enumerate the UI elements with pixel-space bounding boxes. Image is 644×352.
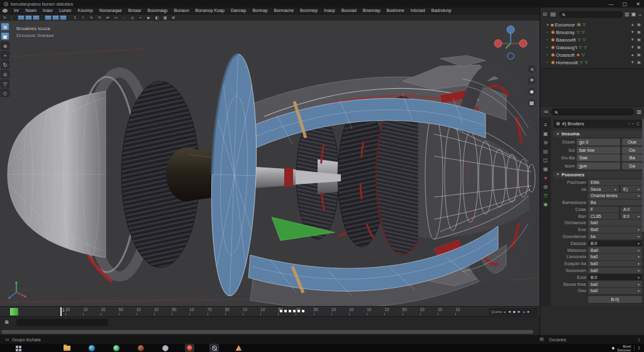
toolbar-icon[interactable]: ≡: [72, 15, 78, 20]
toolbar-icon[interactable]: ▶: [146, 15, 152, 20]
property-field[interactable]: Sae: [577, 154, 620, 161]
taskbar-app-icon[interactable]: [136, 344, 145, 351]
toolbar-icon[interactable]: ≣: [170, 15, 176, 20]
properties-tab-icon[interactable]: ▦: [543, 166, 548, 172]
camera-view-icon[interactable]: ◉: [528, 88, 536, 96]
viewport-tool-button[interactable]: ⊙: [1, 70, 9, 78]
toolbar-icon[interactable]: ↖: [80, 15, 86, 20]
menu-item[interactable]: Bonnap: [249, 8, 270, 14]
outliner-search-input[interactable]: [559, 11, 623, 18]
toolbar-icon[interactable]: ▭: [113, 15, 119, 20]
properties-tab-icon[interactable]: ●: [544, 175, 547, 181]
outliner-row[interactable]: • ◉ Gasssog't ▽ ▽ ▼ ▣: [541, 43, 643, 51]
render-toggle-icon[interactable]: ▣: [637, 22, 641, 27]
taskbar-app-icon[interactable]: [186, 344, 194, 351]
zoom-icon[interactable]: [528, 65, 536, 73]
taskbar-app-icon[interactable]: [112, 344, 120, 351]
keyframe-dot[interactable]: [302, 310, 304, 312]
keyframe-dot[interactable]: [293, 310, 296, 312]
viewport-tool-button[interactable]: +: [1, 51, 9, 59]
visibility-toggle-icon[interactable]: ▼: [630, 60, 634, 65]
shading-button[interactable]: [52, 15, 59, 20]
playback-button[interactable]: »: [523, 308, 525, 315]
expand-icon[interactable]: •: [547, 53, 550, 57]
navigation-gizmo[interactable]: [493, 25, 528, 62]
menu-item[interactable]: Bnannap: [360, 8, 384, 14]
playback-button[interactable]: ■: [513, 308, 516, 315]
object-name[interactable]: Ocassoft: [556, 52, 575, 58]
taskbar-app-icon[interactable]: [161, 344, 169, 351]
object-name[interactable]: Eoconoor: [555, 22, 575, 28]
toolbar-icon[interactable]: ≈: [138, 15, 143, 20]
section-header-transform[interactable]: ▼ Imsuma: [553, 130, 642, 137]
viewport-tool-button[interactable]: ⊕: [1, 42, 9, 50]
expand-icon[interactable]: ●: [547, 23, 550, 26]
viewport-tool-button[interactable]: ◇: [1, 89, 9, 97]
property-field[interactable]: Oo: [622, 147, 642, 154]
maximize-button[interactable]: ▢: [623, 1, 628, 7]
viewport-tool-button[interactable]: ↻: [1, 60, 9, 69]
sync-icon[interactable]: ↻: [2, 15, 8, 20]
render-toggle-icon[interactable]: ▣: [637, 30, 641, 35]
property-field[interactable]: B:0: [588, 241, 642, 247]
expand-icon[interactable]: •: [547, 30, 550, 34]
property-field[interactable]: Ba0: [588, 227, 642, 233]
property-field[interactable]: Ba0: [588, 247, 642, 253]
pan-hand-icon[interactable]: ✛: [528, 76, 536, 84]
menu-item[interactable]: Bounad: [338, 8, 360, 14]
outliner-row[interactable]: • ◉ Baaoovift ▽ ▽ ▼ ▣: [541, 36, 643, 43]
breadcrumb-button[interactable]: C: [636, 122, 640, 126]
expand-icon[interactable]: •: [547, 38, 550, 42]
viewport-tool-button[interactable]: ⊠: [1, 23, 9, 31]
mode-button[interactable]: [25, 15, 32, 20]
menu-item[interactable]: Inaor: [40, 8, 56, 14]
property-field[interactable]: B:0: [588, 274, 642, 280]
property-field[interactable]: Ga: [622, 162, 642, 169]
property-field[interactable]: bar low: [577, 147, 620, 154]
taskbar-app-icon[interactable]: [87, 344, 96, 351]
toolbar-icon[interactable]: ↻: [97, 15, 103, 20]
property-field[interactable]: ba0: [588, 268, 642, 274]
properties-editor-icon[interactable]: ≔: [543, 109, 548, 115]
toolbar-icon[interactable]: ⇄: [105, 15, 111, 20]
visibility-toggle-icon[interactable]: ▼: [630, 45, 634, 50]
properties-tab-icon[interactable]: ◍: [543, 184, 548, 190]
property-action-button[interactable]: B:0): [588, 296, 642, 303]
shading-button[interactable]: [60, 15, 67, 20]
outliner-editor-icon[interactable]: ⊟: [543, 11, 547, 17]
taskbar-app-icon[interactable]: [14, 344, 22, 351]
object-name[interactable]: Bmusray: [556, 30, 575, 35]
outliner-menu-icon[interactable]: ⌄: [638, 11, 642, 17]
expand-icon[interactable]: •: [547, 45, 550, 49]
menu-item[interactable]: Badndunp: [428, 8, 455, 14]
mode-button[interactable]: [18, 15, 25, 20]
menu-item[interactable]: Inaop: [321, 8, 338, 14]
menu-item[interactable]: Bmaar: [125, 8, 145, 14]
playback-button[interactable]: «: [504, 308, 506, 315]
properties-tab-icon[interactable]: ▽: [543, 193, 547, 198]
object-name[interactable]: Baaoovift: [556, 37, 575, 43]
grid-toggle-icon[interactable]: ▦: [528, 99, 536, 107]
playback-button[interactable]: ►: [518, 308, 521, 315]
minimize-button[interactable]: —: [609, 1, 614, 7]
properties-tab-icon[interactable]: ◉: [543, 202, 548, 207]
viewport-tool-button[interactable]: ▽: [1, 79, 9, 88]
outliner-row[interactable]: • ◉ Ocassoft ◆ ▽ ▲ ▣: [541, 51, 643, 59]
property-field[interactable]: go 0: [577, 139, 620, 145]
current-frame-marker[interactable]: [10, 308, 18, 315]
properties-tab-icon[interactable]: ◫: [543, 157, 548, 163]
collection-tab-icon[interactable]: ▤: [549, 11, 558, 18]
menu-item[interactable]: Bonanop Koap: [192, 8, 228, 14]
timeline-menu-field[interactable]: [16, 319, 108, 326]
property-field[interactable]: F: [588, 207, 619, 213]
timeline-editor-icon[interactable]: B: [5, 319, 9, 325]
breadcrumb-button[interactable]: ‹: [628, 122, 630, 126]
menu-item[interactable]: Nown: [22, 8, 40, 14]
property-field[interactable]: E): [621, 186, 642, 192]
outliner-row[interactable]: ● ◙ Eoconoor ▤ ▽ ▲ ▣: [541, 21, 643, 28]
close-button[interactable]: ✕: [636, 1, 640, 7]
object-name[interactable]: Homeoodt: [556, 60, 578, 65]
toolbar-icon[interactable]: ▩: [162, 15, 168, 20]
menu-item[interactable]: Bonnnep: [297, 8, 321, 14]
visibility-toggle-icon[interactable]: ▼: [630, 37, 634, 42]
